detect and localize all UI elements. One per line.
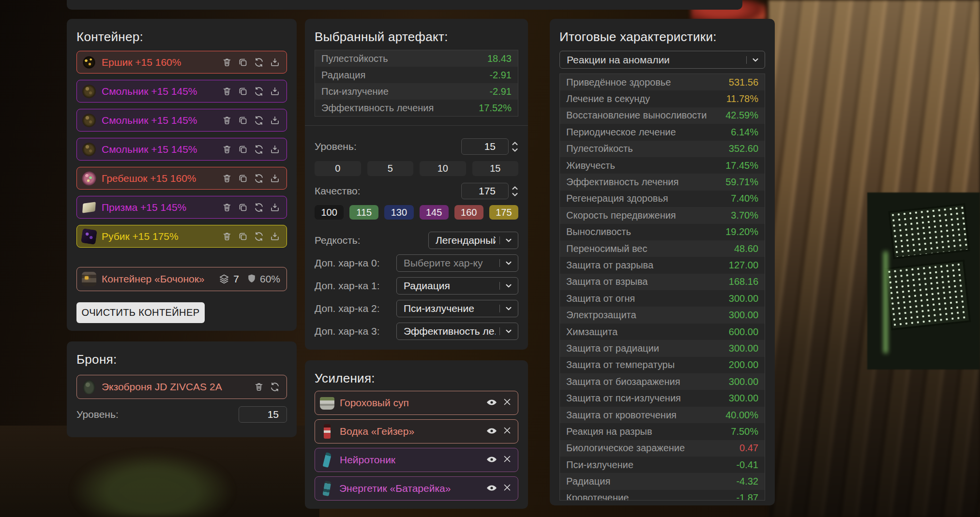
totals-row-label: Защита от пси-излучения: [566, 393, 681, 404]
totals-row-label: Защита от взрыва: [566, 276, 648, 287]
trash-icon[interactable]: [222, 144, 232, 155]
container-item[interactable]: Смольник +15 145%: [76, 109, 287, 132]
chevron-down-icon[interactable]: [512, 192, 518, 197]
boost-item[interactable]: Гороховый суп: [315, 391, 518, 415]
refresh-icon[interactable]: [254, 57, 264, 68]
totals-row-value: 7.50%: [731, 426, 758, 437]
trash-icon[interactable]: [222, 202, 232, 213]
close-icon[interactable]: [503, 426, 512, 437]
quality-option-175[interactable]: 175: [489, 205, 518, 220]
armor-level-input[interactable]: [239, 406, 287, 423]
totals-row-label: Защита от огня: [566, 293, 635, 304]
stat-label: Эффективность лечения: [321, 103, 434, 114]
close-icon[interactable]: [503, 455, 512, 465]
artifact-quality-label: Качество:: [315, 185, 361, 197]
totals-row: Защита от биозаражения300.00: [560, 373, 765, 390]
download-icon[interactable]: [270, 57, 280, 68]
download-icon[interactable]: [270, 231, 280, 242]
rarity-dropdown[interactable]: Легендарный: [428, 232, 518, 249]
copy-icon[interactable]: [238, 202, 248, 213]
clear-container-button[interactable]: ОЧИСТИТЬ КОНТЕЙНЕР: [76, 302, 205, 323]
container-chip[interactable]: Контейнер «Бочонок» 7 60%: [76, 267, 287, 291]
close-icon[interactable]: [503, 483, 512, 494]
boost-item[interactable]: Водка «Гейзер»: [315, 419, 518, 443]
level-option-0[interactable]: 0: [315, 161, 361, 176]
totals-row-value: 17.45%: [725, 160, 758, 171]
trash-icon[interactable]: [222, 173, 232, 184]
container-item[interactable]: Смольник +15 145%: [76, 80, 287, 103]
refresh-icon[interactable]: [270, 382, 280, 392]
boost-item[interactable]: Энергетик «Батарейка»: [315, 476, 518, 501]
shield-icon: [247, 274, 256, 284]
extra-stat-dropdown-1[interactable]: Радиация: [396, 277, 518, 295]
totals-row: Защита от радиации300.00: [560, 340, 765, 356]
level-option-5[interactable]: 5: [367, 161, 414, 176]
chevron-up-icon[interactable]: [512, 185, 518, 191]
container-item-list: Ершик +15 160%Смольник +15 145%Смольник …: [76, 51, 287, 248]
totals-row-value: 7.40%: [731, 193, 758, 204]
barrel-icon: [82, 272, 96, 286]
totals-row-value: 200.00: [729, 359, 758, 370]
totals-row: Приведённое здоровье531.56: [560, 74, 765, 90]
artifact-level-input[interactable]: [461, 138, 509, 155]
artifact-quality-row: Качество:: [315, 183, 518, 199]
download-icon[interactable]: [270, 173, 280, 184]
trash-icon[interactable]: [222, 115, 232, 126]
totals-row: Пулестойкость352.60: [560, 141, 765, 157]
copy-icon[interactable]: [238, 173, 248, 184]
quality-option-115[interactable]: 115: [349, 205, 378, 220]
download-icon[interactable]: [270, 115, 280, 126]
chevron-up-icon[interactable]: [512, 141, 518, 146]
item-actions: [222, 173, 280, 184]
extra-stat-dropdown-0[interactable]: Выберите хар-ку: [396, 254, 518, 272]
trash-icon[interactable]: [222, 86, 232, 97]
eye-icon[interactable]: [486, 455, 498, 465]
quality-option-145[interactable]: 145: [420, 205, 449, 220]
container-item[interactable]: Ершик +15 160%: [76, 51, 287, 74]
container-item[interactable]: Рубик +15 175%: [76, 225, 287, 248]
quality-option-160[interactable]: 160: [454, 205, 483, 220]
totals-row-value: 352.60: [729, 143, 758, 154]
extra-stat-dropdown-3[interactable]: Эффективность ле...: [396, 323, 518, 340]
eye-icon[interactable]: [486, 398, 498, 408]
refresh-icon[interactable]: [254, 86, 264, 97]
copy-icon[interactable]: [238, 144, 248, 155]
level-option-15[interactable]: 15: [472, 161, 519, 176]
container-item[interactable]: Призма +15 145%: [76, 196, 287, 219]
copy-icon[interactable]: [238, 57, 248, 68]
quality-option-130[interactable]: 130: [384, 205, 413, 220]
copy-icon[interactable]: [238, 86, 248, 97]
download-icon[interactable]: [270, 202, 280, 213]
refresh-icon[interactable]: [254, 173, 264, 184]
boost-item[interactable]: Нейротоник: [315, 448, 518, 472]
smolnik-artifact-icon: [82, 84, 96, 99]
close-icon[interactable]: [503, 398, 512, 408]
refresh-icon[interactable]: [254, 115, 264, 126]
chevron-down-icon[interactable]: [512, 148, 518, 153]
totals-row-value: 300.00: [729, 293, 758, 304]
boost-item-label: Водка «Гейзер»: [340, 426, 481, 437]
refresh-icon[interactable]: [254, 202, 264, 213]
extra-stat-dropdown-2[interactable]: Пси-излучение: [396, 300, 518, 317]
copy-icon[interactable]: [238, 115, 248, 126]
trash-icon[interactable]: [222, 57, 232, 68]
trash-icon[interactable]: [222, 231, 232, 242]
totals-row-label: Электрозащита: [566, 310, 636, 321]
totals-section-dropdown[interactable]: Реакции на аномалии: [559, 51, 765, 69]
download-icon[interactable]: [270, 144, 280, 155]
level-option-10[interactable]: 10: [420, 161, 466, 176]
artifact-quality-input[interactable]: [461, 183, 509, 199]
armor-item[interactable]: Экзоброня JD ZIVCAS 2A: [76, 375, 287, 399]
copy-icon[interactable]: [238, 231, 248, 242]
trash-icon[interactable]: [254, 382, 264, 392]
item-actions: [222, 57, 280, 68]
quality-option-100[interactable]: 100: [315, 205, 344, 220]
download-icon[interactable]: [270, 86, 280, 97]
eye-icon[interactable]: [486, 426, 498, 437]
container-item[interactable]: Смольник +15 145%: [76, 138, 287, 161]
divider: [305, 125, 528, 126]
refresh-icon[interactable]: [254, 144, 264, 155]
refresh-icon[interactable]: [254, 231, 264, 242]
container-item[interactable]: Гребешок +15 160%: [76, 167, 287, 190]
eye-icon[interactable]: [486, 483, 498, 494]
